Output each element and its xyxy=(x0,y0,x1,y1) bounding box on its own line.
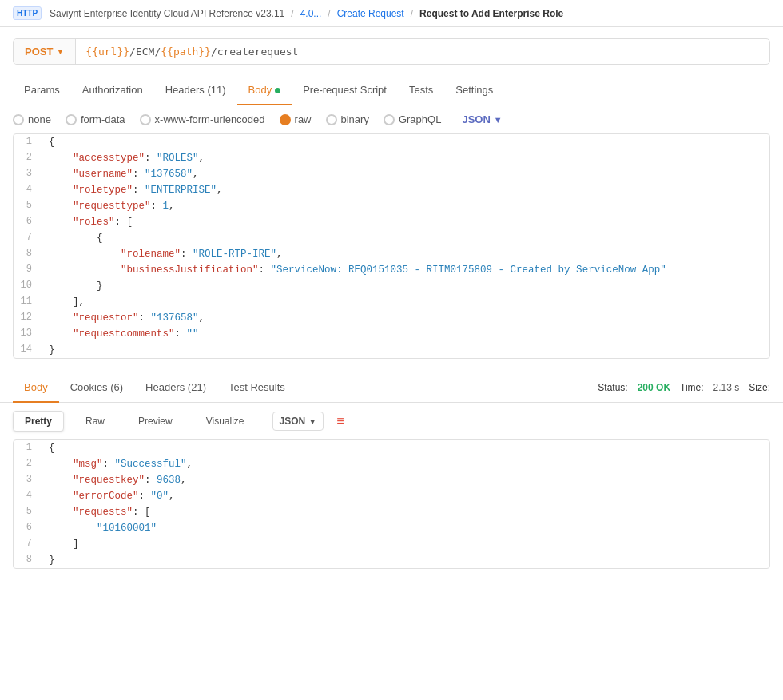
req-line-6: 6 "roles": [ xyxy=(14,214,769,230)
radio-graphql xyxy=(384,114,395,125)
tab-headers[interactable]: Headers (11) xyxy=(154,76,237,105)
request-body-editor[interactable]: 1 { 2 "accesstype": "ROLES", 3 "username… xyxy=(13,133,770,359)
req-line-12: 12 "requestor": "137658", xyxy=(14,310,769,326)
method-chevron: ▼ xyxy=(56,47,64,56)
tab-params[interactable]: Params xyxy=(13,76,71,105)
json-chevron-icon: ▼ xyxy=(494,115,503,125)
opt-raw[interactable]: raw xyxy=(280,113,312,125)
radio-none xyxy=(13,114,24,125)
method-label: POST xyxy=(25,46,53,58)
opt-binary[interactable]: binary xyxy=(326,113,369,125)
resp-json-chevron-icon: ▼ xyxy=(308,417,316,426)
json-format-label: JSON xyxy=(462,113,490,125)
url-ecm: /ECM/ xyxy=(129,46,161,58)
opt-none[interactable]: none xyxy=(13,113,51,125)
status-label: Status: xyxy=(598,382,627,393)
wrap-lines-icon[interactable]: ≡ xyxy=(336,414,344,428)
resp-line-5: 5 "requests": [ xyxy=(14,504,769,520)
req-line-7: 7 { xyxy=(14,230,769,246)
req-line-13: 13 "requestcomments": "" xyxy=(14,326,769,342)
req-line-8: 8 "rolename": "ROLE-RTP-IRE", xyxy=(14,246,769,262)
req-line-4: 4 "roletype": "ENTERPRISE", xyxy=(14,182,769,198)
radio-raw xyxy=(280,114,291,125)
size-label: Size: xyxy=(749,382,770,393)
resp-btn-preview[interactable]: Preview xyxy=(126,411,185,432)
resp-btn-raw[interactable]: Raw xyxy=(74,411,117,432)
breadcrumb-part2[interactable]: Create Request xyxy=(337,8,404,19)
json-format-dropdown[interactable]: JSON ▼ xyxy=(462,113,502,125)
resp-json-dropdown[interactable]: JSON ▼ xyxy=(272,412,324,431)
req-line-11: 11 ], xyxy=(14,294,769,310)
http-badge: HTTP xyxy=(13,6,42,20)
method-select[interactable]: POST ▼ xyxy=(14,39,76,64)
resp-tab-headers[interactable]: Headers (21) xyxy=(134,373,217,403)
resp-format-options: Pretty Raw Preview Visualize JSON ▼ ≡ xyxy=(0,403,783,439)
resp-line-6: 6 "10160001" xyxy=(14,520,769,536)
time-value: 2.13 s xyxy=(713,382,740,393)
radio-binary xyxy=(326,114,337,125)
resp-line-7: 7 ] xyxy=(14,536,769,552)
resp-tab-body[interactable]: Body xyxy=(13,373,59,403)
resp-line-1: 1 { xyxy=(14,440,769,456)
req-line-1: 1 { xyxy=(14,134,769,150)
tab-settings[interactable]: Settings xyxy=(444,76,504,105)
request-tabs: Params Authorization Headers (11) Body P… xyxy=(0,76,783,105)
tab-tests[interactable]: Tests xyxy=(398,76,444,105)
req-line-3: 3 "username": "137658", xyxy=(14,166,769,182)
resp-btn-visualize[interactable]: Visualize xyxy=(194,411,256,432)
opt-form-data[interactable]: form-data xyxy=(66,113,125,125)
url-bar: POST ▼ {{url}}/ECM/{{path}}/createreques… xyxy=(13,38,770,65)
req-line-5: 5 "requesttype": 1, xyxy=(14,198,769,214)
resp-line-8: 8 } xyxy=(14,552,769,568)
resp-tab-test-results[interactable]: Test Results xyxy=(217,373,296,403)
breadcrumb-title: Saviynt Enterprise Identity Cloud API Re… xyxy=(50,8,284,19)
req-line-14: 14 } xyxy=(14,342,769,358)
response-status: Status: 200 OK Time: 2.13 s Size: xyxy=(598,382,770,393)
resp-line-4: 4 "errorCode": "0", xyxy=(14,488,769,504)
response-tabs: Body Cookies (6) Headers (21) Test Resul… xyxy=(0,373,783,403)
req-line-2: 2 "accesstype": "ROLES", xyxy=(14,150,769,166)
url-tpl2: {{path}} xyxy=(161,46,211,58)
breadcrumb-current: Request to Add Enterprise Role xyxy=(419,8,563,19)
resp-tab-cookies[interactable]: Cookies (6) xyxy=(59,373,134,403)
response-section: Body Cookies (6) Headers (21) Test Resul… xyxy=(0,373,783,569)
tab-authorization[interactable]: Authorization xyxy=(71,76,154,105)
body-options: none form-data x-www-form-urlencoded raw… xyxy=(0,105,783,133)
response-body-editor[interactable]: 1 { 2 "msg": "Successful", 3 "requestkey… xyxy=(13,439,770,569)
resp-line-2: 2 "msg": "Successful", xyxy=(14,456,769,472)
breadcrumb-part1[interactable]: 4.0... xyxy=(300,8,322,19)
breadcrumb: HTTP Saviynt Enterprise Identity Cloud A… xyxy=(0,0,783,27)
body-active-dot xyxy=(275,88,280,93)
url-tpl1: {{url}} xyxy=(85,46,129,58)
status-value: 200 OK xyxy=(638,382,670,393)
opt-graphql[interactable]: GraphQL xyxy=(384,113,441,125)
radio-urlencoded xyxy=(140,114,151,125)
radio-form-data xyxy=(66,114,77,125)
resp-json-label: JSON xyxy=(280,416,306,427)
req-line-9: 9 "businessJustification": "ServiceNow: … xyxy=(14,262,769,278)
time-label: Time: xyxy=(680,382,704,393)
opt-urlencoded[interactable]: x-www-form-urlencoded xyxy=(140,113,265,125)
tab-pre-request[interactable]: Pre-request Script xyxy=(292,76,398,105)
tab-body[interactable]: Body xyxy=(237,76,292,105)
req-line-10: 10 } xyxy=(14,278,769,294)
url-input[interactable]: {{url}}/ECM/{{path}}/createrequest xyxy=(76,39,769,64)
url-suffix: /createrequest xyxy=(211,46,299,58)
resp-line-3: 3 "requestkey": 9638, xyxy=(14,472,769,488)
resp-btn-pretty[interactable]: Pretty xyxy=(13,411,64,432)
